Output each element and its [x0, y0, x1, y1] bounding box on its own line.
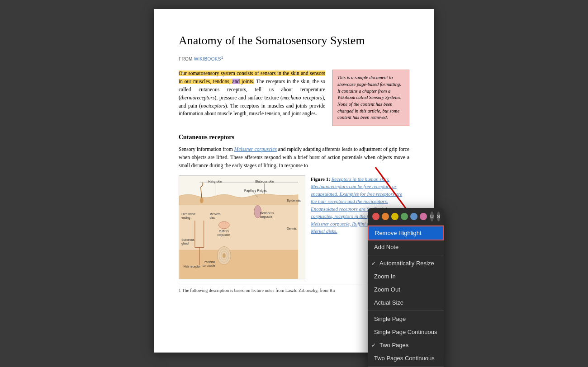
menu-item-zoom-in[interactable]: Zoom In: [368, 270, 444, 283]
svg-text:Glabrous skin: Glabrous skin: [255, 179, 274, 183]
svg-rect-9: [179, 205, 298, 249]
svg-text:corpuscle: corpuscle: [260, 215, 273, 219]
svg-text:corpuscle: corpuscle: [203, 264, 215, 268]
divider-1: [368, 255, 444, 255]
svg-text:Hairy skin: Hairy skin: [208, 179, 222, 183]
pdf-figure: Hairy skin Glabrous skin Epidermis Papil…: [179, 175, 305, 279]
intro-highlight-purple: and: [232, 79, 240, 84]
menu-item-zoom-out[interactable]: Zoom Out: [368, 283, 444, 296]
color-green[interactable]: [401, 213, 408, 220]
pdf-body-text: Sensory information from Meissner corpus…: [179, 146, 409, 169]
pdf-intro-text: Our somatosensory system consists of sen…: [179, 70, 325, 126]
pdf-background: Anatomy of the Somatosensory System From…: [0, 0, 588, 367]
menu-item-single-page[interactable]: Single Page: [368, 312, 444, 325]
menu-item-remove-highlight[interactable]: Remove Highlight: [368, 226, 444, 240]
svg-text:gland: gland: [181, 241, 189, 245]
svg-text:Papillary Ridges: Papillary Ridges: [244, 188, 267, 192]
svg-text:Merkel's: Merkel's: [210, 212, 221, 216]
svg-point-29: [223, 253, 225, 258]
menu-item-two-pages[interactable]: Two Pages: [368, 339, 444, 352]
pdf-sidebar-note: This is a sample document to showcase pa…: [332, 70, 409, 126]
svg-text:Hair receptor: Hair receptor: [184, 265, 201, 268]
svg-rect-11: [179, 249, 298, 278]
pdf-title: Anatomy of the Somatosensory System: [179, 32, 409, 49]
context-menu: U S Remove Highlight Add Note Automatica…: [368, 208, 444, 367]
pdf-intro-row: Our somatosensory system consists of sen…: [179, 70, 409, 126]
meissner-link[interactable]: Meissner corpuscles: [234, 146, 277, 152]
menu-item-two-pages-continuous[interactable]: Two Pages Continuous: [368, 352, 444, 365]
color-yellow[interactable]: [391, 213, 398, 220]
svg-point-20: [218, 221, 229, 229]
color-red[interactable]: [372, 213, 379, 220]
skin-diagram-image: Hairy skin Glabrous skin Epidermis Papil…: [179, 175, 305, 279]
color-orange[interactable]: [382, 213, 389, 220]
menu-item-actual-size[interactable]: Actual Size: [368, 296, 444, 309]
color-pink[interactable]: [420, 213, 427, 220]
svg-text:Subceous: Subceous: [181, 238, 194, 241]
svg-text:Meissner's: Meissner's: [260, 212, 274, 215]
svg-text:Dermis: Dermis: [287, 227, 297, 230]
svg-text:ending: ending: [181, 216, 190, 220]
section-title: Cutaneous receptors: [179, 132, 409, 142]
svg-text:Epidermis: Epidermis: [287, 199, 301, 202]
svg-text:Free nerve: Free nerve: [181, 212, 196, 216]
intro-highlight-yellow2: joints.: [240, 79, 254, 84]
color-blue[interactable]: [410, 213, 417, 220]
figure-caption-label: Figure 1:: [311, 176, 330, 182]
svg-text:Pacinian: Pacinian: [204, 260, 215, 263]
divider-3: [368, 366, 444, 367]
menu-item-automatically-resize[interactable]: Automatically Resize: [368, 257, 444, 270]
context-menu-colors: U S: [368, 208, 444, 226]
svg-point-12: [200, 198, 204, 203]
divider-2: [368, 311, 444, 311]
menu-item-single-page-continuous[interactable]: Single Page Continuous: [368, 325, 444, 339]
underline-button[interactable]: U: [430, 212, 434, 221]
svg-text:Ruffini's: Ruffini's: [218, 229, 229, 232]
menu-item-add-note[interactable]: Add Note: [368, 240, 444, 254]
wikibooks-link[interactable]: Wikibooks1: [194, 56, 223, 61]
strikethrough-button[interactable]: S: [437, 212, 440, 221]
pdf-from-line: From Wikibooks1: [179, 55, 409, 62]
svg-text:disc: disc: [210, 216, 215, 219]
svg-text:corpuscle: corpuscle: [217, 233, 230, 236]
